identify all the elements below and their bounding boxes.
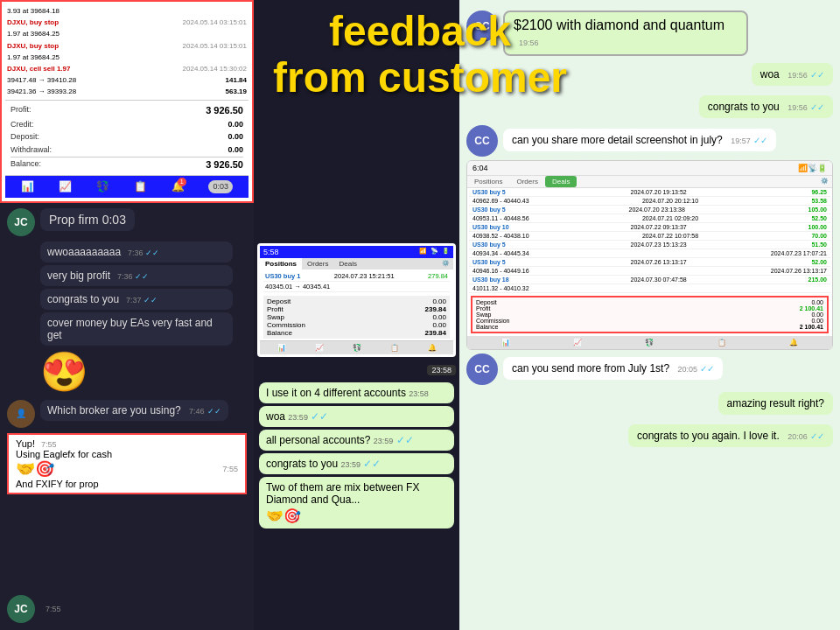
trade-row: 1.97 at 39684.25: [5, 28, 248, 39]
bubble-share: can you share more detail screenshot in …: [503, 129, 776, 151]
profit-row: Profit: 3 926.50: [10, 103, 243, 118]
bs-row-2: 40962.69 - 40440.43 2024.07.20 20:12:10 …: [469, 197, 830, 206]
broker-msg: 👤 Which broker are you using? 7:46 ✓✓: [7, 400, 247, 428]
trade-row: 39417.48 → 39410.28 141.84: [5, 74, 248, 86]
bubble-amazing: amazing result right?: [718, 392, 833, 415]
tab-orders[interactable]: Orders: [302, 258, 333, 270]
trading-screenshot: 5:58 📶 📡 🔋 Positions Orders Deals ⚙️ US3…: [257, 243, 456, 357]
msg-share: CC can you share more detail screenshot …: [466, 125, 833, 157]
bs-commission: Commission 0.00: [476, 318, 823, 324]
bubble-send-july: can you send more from July 1st? 20:05 ✓…: [503, 357, 723, 380]
avatar-jc-bottom: JC: [7, 595, 35, 623]
jc-bottom: JC 7:55: [7, 595, 61, 623]
bottom-section: Yup! 7:55 Using Eaglefx for cash 🤝🎯 7:55…: [7, 433, 247, 494]
tab-deals[interactable]: Deals: [333, 258, 361, 270]
bs-swap: Swap 0.00: [476, 312, 823, 318]
page-title: feedback from customer: [273, 9, 567, 102]
msg-amazing: amazing result right?: [466, 388, 833, 418]
avatar-cc-3: CC: [466, 354, 498, 385]
ts-row-2: 40345.01 → 40345.41: [263, 282, 450, 292]
big-screenshot: 6:04 📶📡🔋 Positions Orders Deals ⚙️ US30 …: [466, 160, 833, 350]
quotes-icon: 📊: [21, 179, 34, 194]
time-badge-mid: 23:58: [257, 360, 456, 376]
mid-bubble-congrats2: congrats to you 23:59 ✓✓: [259, 453, 454, 474]
history-icon: 📋: [134, 179, 147, 194]
trade-row: 39421.36 → 39393.28 563.19: [5, 86, 248, 97]
yup-msg: Yup! 7:55: [16, 438, 238, 449]
trade-row: DJXU, buy stop 2024.05.14 03:15:01: [5, 40, 248, 52]
bs-footer-nav: 📊 📈 💱 📋 🔔: [467, 336, 832, 349]
bs-tabs: Positions Orders Deals ⚙️: [467, 176, 832, 188]
bs-profit: Profit 2 100.41: [476, 305, 823, 312]
prop-firm-msg: JC Prop firm 0:03: [7, 208, 247, 236]
notification-icon: 🔔1: [172, 179, 185, 194]
profit-row: Deposit: 0.00: [10, 130, 243, 144]
chart-icon: 📈: [59, 179, 72, 194]
left-panel: 3.93 at 39684.18 DJXU, buy stop 2024.05.…: [0, 0, 254, 630]
fxify-msg: And FXIFY for prop: [16, 479, 238, 489]
bs-row-3: US30 buy 5 2024.07.20 23:13:38 105.00: [469, 206, 830, 214]
msg-congrats: congrats to you 7:37 ✓✓: [40, 289, 247, 310]
avatar-cc-2: CC: [466, 125, 498, 157]
bs-row-8: 40934.34 - 40445.34 2024.07.23 17:07:21: [469, 249, 830, 258]
bubble-congrats-again: congrats to you again. I love it. 20:06 …: [628, 424, 833, 447]
tab-positions[interactable]: Positions: [260, 258, 302, 270]
msg-big-profit: very big profit 7:36 ✓✓: [40, 265, 247, 286]
ts-summary: Deposit0.00 Profit239.84 Swap0.00 Commis…: [263, 296, 450, 339]
ts-footer-nav: 📊 📈 💱 📋 🔔: [260, 340, 453, 354]
bs-header: 6:04 📶📡🔋: [467, 161, 832, 176]
emoji-msg: 😍: [40, 349, 247, 395]
bottom-right-msgs: CC can you send more from July 1st? 20:0…: [466, 354, 833, 451]
broker-section: 👤 Which broker are you using? 7:46 ✓✓: [0, 400, 254, 428]
tab-bs-positions[interactable]: Positions: [467, 176, 509, 187]
eaglefx-icons: 🤝🎯 7:55: [16, 459, 238, 479]
bs-row-12: 41011.32 - 40410.32: [469, 284, 830, 293]
msg-wwoa: wwoaaaaaaaaa 7:36 ✓✓: [40, 242, 247, 262]
trade-row: 1.97 at 39684.25: [5, 52, 248, 63]
bubble-broker: Which broker are you using? 7:46 ✓✓: [40, 400, 228, 421]
mid-trading-screenshot: 5:58 📶 📡 🔋 Positions Orders Deals ⚙️ US3…: [254, 236, 459, 380]
msg-send-july: CC can you send more from July 1st? 20:0…: [466, 354, 833, 385]
mid-bubble-accounts: I use it on 4 different accounts 23:58: [259, 382, 454, 403]
trade-row: 3.93 at 39684.18: [5, 5, 248, 17]
bubble-congrats: congrats to you 7:37 ✓✓: [40, 289, 233, 310]
trade-row: DJXU, cell sell 1.97 2024.05.14 15:30:02: [5, 63, 248, 74]
bs-table: US30 buy 5 2024.07.20 19:13:52 96.25 409…: [467, 188, 832, 293]
bubble-woa-out: woa 19:56 ✓✓: [752, 63, 833, 86]
msg-cover: cover money buy EAs very fast and get: [40, 312, 247, 346]
bubble-congrats-out: congrats to you 19:56 ✓✓: [699, 95, 833, 118]
trade-row: DJXU, buy stop 2024.05.14 03:15:01: [5, 17, 248, 28]
mid-messages: I use it on 4 different accounts 23:58 w…: [254, 382, 459, 528]
bs-row-1: US30 buy 5 2024.07.20 19:13:52 96.25: [469, 188, 830, 197]
bs-row-4: 40953.11 - 40448.56 2024.07.21 02:09:20 …: [469, 214, 830, 223]
chat-area: JC Prop firm 0:03 wwoaaaaaaaaa 7:36 ✓✓: [0, 203, 254, 400]
ts-data: US30 buy 1 2024.07.23 15:21:51 279.84 40…: [260, 270, 453, 340]
bs-highlighted: Deposit 0.00 Profit 2 100.41 Swap 0.00 C…: [471, 296, 829, 333]
ts-header: 5:58 📶 📡 🔋: [260, 246, 453, 258]
trading-table: 3.93 at 39684.18 DJXU, buy stop 2024.05.…: [0, 0, 254, 203]
bs-row-9: US30 buy 5 2024.07.26 13:13:17 52.00: [469, 258, 830, 267]
bubble-cover: cover money buy EAs very fast and get: [40, 312, 233, 346]
eaglefx-msg: Using Eaglefx for cash: [16, 449, 238, 459]
mid-bubble-personal: all personal accounts? 23:59 ✓✓: [259, 430, 454, 451]
bubble-big-profit: very big profit 7:36 ✓✓: [40, 265, 233, 286]
bs-row-11: US30 buy 18 2024.07.30 07:47:58 215.00: [469, 276, 830, 284]
ts-row-1: US30 buy 1 2024.07.23 15:21:51 279.84: [263, 271, 450, 282]
bs-row-10: 40946.16 - 40449.16 2024.07.26 13:13:17: [469, 267, 830, 276]
ts-tabs: Positions Orders Deals ⚙️: [260, 258, 453, 270]
tab-bs-orders[interactable]: Orders: [509, 176, 544, 187]
time-badge: 0:03: [208, 180, 233, 193]
avatar-jc: JC: [7, 208, 35, 236]
profit-section: Profit: 3 926.50 Credit: 0.00 Deposit: 0…: [5, 100, 248, 176]
profit-row: Withdrawal: 0.00: [10, 144, 243, 157]
history-bar: 📊 📈 💱 📋 🔔1 0:03: [5, 175, 248, 198]
profit-row: Credit: 0.00: [10, 118, 243, 131]
bs-balance: Balance 2 100.41: [476, 324, 823, 330]
trade-icon: 💱: [96, 179, 109, 194]
tab-bs-deals[interactable]: Deals: [545, 176, 577, 187]
bubble-wwoa: wwoaaaaaaaaa 7:36 ✓✓: [40, 242, 233, 262]
profit-row: Balance: 3 926.50: [10, 157, 243, 172]
prop-firm-bubble: Prop firm 0:03: [40, 208, 135, 231]
bs-row-5: US30 buy 10 2024.07.22 09:13:37 100.00: [469, 223, 830, 232]
avatar-other: 👤: [7, 400, 35, 428]
